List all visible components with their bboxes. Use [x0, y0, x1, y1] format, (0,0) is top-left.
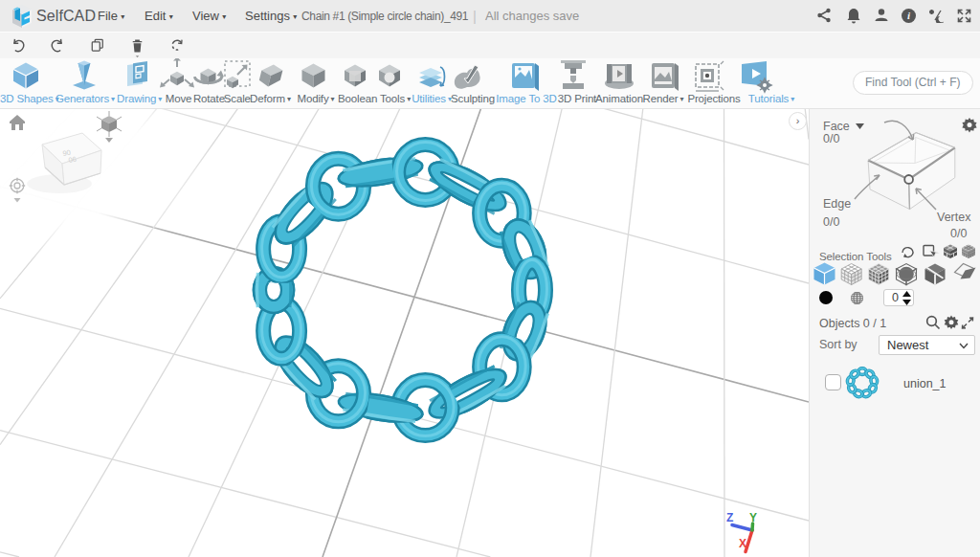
- svg-text:06: 06: [68, 155, 78, 165]
- svg-text:X: X: [739, 537, 746, 550]
- svg-text:Z: Z: [726, 511, 733, 524]
- svg-text:Y: Y: [749, 511, 757, 524]
